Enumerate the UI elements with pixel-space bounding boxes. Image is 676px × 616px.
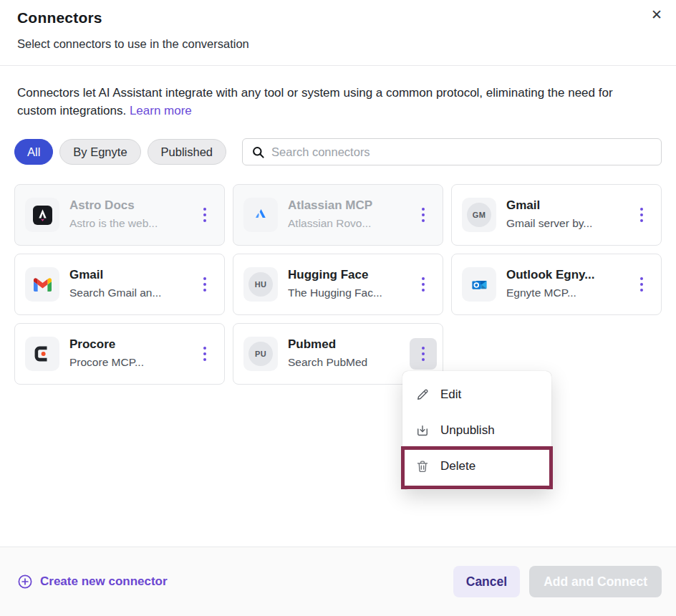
create-new-connector-label: Create new connector: [40, 574, 168, 589]
initials-avatar-icon: PU: [243, 337, 278, 371]
procore-logo-icon: [25, 337, 59, 371]
close-button[interactable]: ✕: [646, 4, 667, 26]
add-and-connect-button[interactable]: Add and Connect: [529, 566, 662, 597]
connectors-modal: Connectors Select connectors to use in t…: [0, 0, 676, 616]
unpublish-icon: [415, 423, 430, 438]
connector-grid: Astro Docs Astro is the web... Atlassian…: [14, 184, 662, 385]
trash-icon: [415, 459, 430, 473]
filter-by-egnyte[interactable]: By Egnyte: [59, 139, 140, 165]
modal-header: Connectors Select connectors to use in t…: [0, 0, 676, 66]
connector-description: Search Gmail an...: [69, 287, 181, 299]
connector-name: Gmail: [69, 268, 181, 282]
atlassian-logo-icon: [243, 198, 278, 232]
connector-card-procore[interactable]: Procore Procore MCP...: [14, 323, 225, 385]
avatar: PU: [248, 342, 273, 366]
outlook-logo-icon: [462, 267, 496, 302]
connector-description: Astro is the web...: [69, 217, 181, 230]
connector-card-gmail-search[interactable]: Gmail Search Gmail an...: [14, 254, 225, 315]
intro-text: Connectors let AI Assistant integrate wi…: [14, 85, 616, 120]
close-icon: ✕: [651, 7, 662, 22]
filter-toolbar: All By Egnyte Published: [14, 138, 662, 165]
initials-avatar-icon: HU: [243, 267, 278, 302]
connector-name: Procore: [69, 337, 181, 352]
connector-menu-button[interactable]: [191, 338, 218, 370]
connector-description: Gmail server by...: [506, 217, 618, 230]
cancel-button[interactable]: Cancel: [453, 566, 520, 597]
connector-menu-button-open[interactable]: [410, 338, 437, 370]
kebab-icon: [640, 208, 643, 211]
kebab-icon: [422, 208, 425, 211]
connector-menu-button[interactable]: [628, 269, 655, 300]
connector-description: Search PubMed: [288, 356, 400, 369]
modal-title: Connectors: [17, 9, 659, 27]
menu-item-label: Delete: [440, 459, 475, 473]
gmail-logo-icon: [25, 267, 59, 302]
connector-menu-button[interactable]: [191, 199, 218, 231]
connector-card-gmail-server[interactable]: GM Gmail Gmail server by...: [451, 184, 662, 246]
learn-more-link[interactable]: Learn more: [130, 104, 192, 117]
modal-subtitle: Select connectors to use in the conversa…: [17, 37, 659, 51]
initials-avatar-icon: GM: [462, 198, 496, 232]
kebab-icon: [203, 277, 206, 280]
connector-menu-button[interactable]: [628, 199, 655, 231]
connector-name: Atlassian MCP: [288, 198, 400, 213]
kebab-icon: [422, 347, 425, 350]
menu-item-edit[interactable]: Edit: [402, 377, 551, 413]
filter-pills: All By Egnyte Published: [14, 139, 226, 165]
astro-logo-icon: [25, 198, 59, 232]
kebab-icon: [203, 208, 206, 211]
avatar: HU: [248, 272, 273, 297]
avatar: GM: [467, 203, 491, 227]
modal-body: Connectors let AI Assistant integrate wi…: [0, 66, 676, 385]
connector-context-menu: Edit Unpublish Delete: [402, 371, 551, 490]
kebab-icon: [422, 277, 425, 280]
connector-card-hugging-face[interactable]: HU Hugging Face The Hugging Fac...: [233, 254, 443, 315]
search-input[interactable]: [271, 145, 652, 159]
connector-card-atlassian-mcp[interactable]: Atlassian MCP Atlassian Rovo...: [233, 184, 443, 246]
connector-description: Procore MCP...: [69, 356, 181, 369]
search-icon: [251, 145, 265, 159]
search-box: [242, 138, 662, 165]
modal-footer: Create new connector Cancel Add and Conn…: [0, 547, 676, 616]
menu-item-delete[interactable]: Delete: [402, 448, 551, 484]
connector-name: Hugging Face: [288, 268, 400, 282]
connector-menu-button[interactable]: [410, 269, 437, 300]
connector-name: Astro Docs: [69, 198, 181, 213]
connector-description: The Hugging Fac...: [288, 287, 400, 299]
connector-description: Atlassian Rovo...: [288, 217, 400, 230]
connector-name: Pubmed: [288, 337, 400, 352]
kebab-icon: [203, 347, 206, 350]
filter-published[interactable]: Published: [148, 139, 226, 165]
menu-item-label: Edit: [440, 388, 461, 402]
plus-circle-icon: [17, 574, 33, 589]
intro-line1: Connectors let AI Assistant integrate wi…: [17, 86, 483, 100]
connector-card-outlook-egnyte[interactable]: Outlook Egny... Egnyte MCP...: [451, 254, 662, 315]
menu-item-label: Unpublish: [440, 423, 495, 438]
pencil-icon: [415, 388, 430, 402]
connector-card-astro-docs[interactable]: Astro Docs Astro is the web...: [14, 184, 225, 246]
create-new-connector-button[interactable]: Create new connector: [14, 571, 170, 592]
kebab-icon: [640, 277, 643, 280]
connector-name: Gmail: [506, 198, 618, 213]
menu-item-unpublish[interactable]: Unpublish: [402, 413, 551, 448]
connector-name: Outlook Egny...: [506, 268, 618, 282]
connector-menu-button[interactable]: [410, 199, 437, 231]
filter-all[interactable]: All: [14, 139, 53, 165]
connector-menu-button[interactable]: [191, 269, 218, 300]
connector-description: Egnyte MCP...: [506, 287, 618, 299]
